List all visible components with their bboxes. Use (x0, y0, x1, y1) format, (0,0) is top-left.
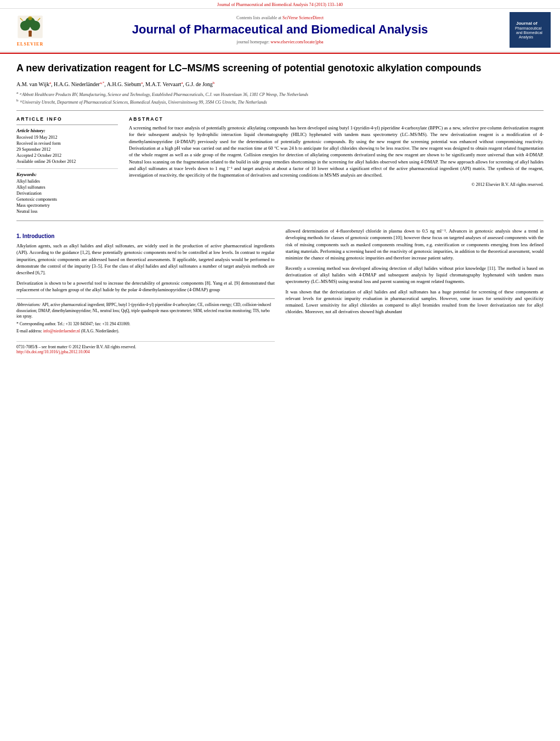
keyword-4: Genotoxic components (16, 197, 118, 202)
sciverse-text: Contents lists available at (236, 15, 281, 20)
affiliation-a: a ᵃ Abbott Healthcare Products BV, Manuf… (16, 90, 544, 97)
email-address[interactable]: info@niederlaender.nl (43, 329, 80, 333)
body-right-para-1: allowed determination of 4-fluorobenzyl … (286, 228, 544, 262)
homepage-link[interactable]: www.elsevier.com/locate/jpba (270, 39, 323, 44)
divider-1 (16, 110, 544, 111)
received-line: Received 19 May 2012 (16, 135, 118, 140)
article-info-col: ARTICLE INFO Article history: Received 1… (16, 116, 118, 215)
journal-title-area: Contents lists available at SciVerse Sci… (58, 15, 502, 44)
keyword-3: Derivatization (16, 191, 118, 196)
elsevier-logo: ELSEVIER (8, 13, 52, 47)
body-right-col: allowed determination of 4-fluorobenzyl … (286, 228, 544, 354)
journal-reference: Journal of Pharmaceutical and Biomedical… (217, 2, 343, 7)
svg-text:and Biomedical: and Biomedical (516, 31, 542, 35)
article-info-header: ARTICLE INFO (16, 116, 118, 122)
abbreviations-text: API, active pharmaceutical ingredient; B… (16, 302, 271, 319)
abbreviations-label: Abbreviations: (16, 302, 42, 307)
corresponding-footnote: * Corresponding author. Tel.: +31 320 84… (16, 321, 275, 327)
received-revised-line: Received in revised form (16, 141, 118, 146)
abstract-col: ABSTRACT A screening method for trace an… (129, 116, 544, 215)
copyright-line: © 2012 Elsevier B.V. All rights reserved… (129, 182, 544, 187)
article-title: A new derivatization reagent for LC–MS/M… (16, 62, 544, 75)
body-right-para-3: It was shown that the derivatization of … (286, 289, 544, 315)
svg-point-4 (30, 21, 40, 31)
section1-title: 1. Introduction (16, 233, 275, 239)
email-footnote: E-mail address: info@niederlaender.nl (H… (16, 329, 275, 335)
svg-text:Journal of: Journal of (516, 21, 538, 26)
body-para-1: Alkylation agents, such as alkyl halides… (16, 242, 275, 276)
keywords-section: Keywords: Alkyl halides Alkyl sulfonates… (16, 168, 118, 214)
info-abstract-section: ARTICLE INFO Article history: Received 1… (16, 116, 544, 215)
history-title: Article history: (16, 128, 118, 133)
jpba-logo-icon: Journal of Pharmaceutical and Biomedical… (513, 15, 546, 45)
svg-text:Pharmaceutical: Pharmaceutical (515, 26, 542, 30)
article-info-box: Article history: Received 19 May 2012 Re… (16, 125, 118, 214)
body-para-2: Derivatization is shown to be a powerful… (16, 280, 275, 293)
homepage-text: journal homepage: (236, 39, 269, 44)
body-right-para-2: Recently a screening method was develope… (286, 265, 544, 285)
header-content: ELSEVIER Contents lists available at Sci… (0, 9, 560, 52)
keyword-2: Alkyl sulfonates (16, 185, 118, 190)
journal-homepage: journal homepage: www.elsevier.com/locat… (58, 39, 502, 44)
keywords-title: Keywords: (16, 172, 118, 177)
top-bar: Journal of Pharmaceutical and Biomedical… (0, 0, 560, 9)
right-logo-box: Journal of Pharmaceutical and Biomedical… (510, 12, 551, 48)
svg-text:Analysis: Analysis (519, 35, 534, 39)
accepted-line: Accepted 2 October 2012 (16, 153, 118, 158)
keyword-1: Alkyl halides (16, 179, 118, 184)
email-person: (H.A.G. Niederländer). (81, 329, 120, 333)
shown-word: shown (299, 289, 312, 295)
revised-date-line: 29 September 2012 (16, 147, 118, 152)
available-line: Available online 26 October 2012 (16, 159, 118, 164)
author-list: A.M. van Wijka, H.A.G. Niederländera,*, … (16, 81, 214, 87)
footer-issn: 0731-7085/$ – see front matter © 2012 El… (16, 344, 275, 349)
keyword-5: Mass spectrometry (16, 203, 118, 208)
journal-name: Journal of Pharmaceutical and Biomedical… (58, 22, 502, 37)
footer-bar: 0731-7085/$ – see front matter © 2012 El… (16, 341, 275, 354)
svg-point-5 (29, 31, 31, 33)
journal-header: Journal of Pharmaceutical and Biomedical… (0, 0, 560, 54)
right-logo: Journal of Pharmaceutical and Biomedical… (508, 12, 552, 48)
email-label: E-mail address: (16, 329, 42, 333)
corresponding-text: * Corresponding author. Tel.: +31 320 84… (16, 321, 131, 326)
abstract-header: ABSTRACT (129, 116, 544, 122)
sciverse-line: Contents lists available at SciVerse Sci… (58, 15, 502, 20)
body-left-col: 1. Introduction Alkylation agents, such … (16, 228, 275, 354)
abbreviations-footnote: Abbreviations: API, active pharmaceutica… (16, 302, 275, 320)
footer-doi[interactable]: http://dx.doi.org/10.1016/j.jpba.2012.10… (16, 349, 275, 354)
keyword-6: Neutral loss (16, 209, 118, 214)
body-section: 1. Introduction Alkylation agents, such … (16, 228, 544, 354)
elsevier-text-label: ELSEVIER (17, 42, 43, 47)
abstract-text: A screening method for trace analysis of… (129, 125, 544, 179)
divider-2 (16, 220, 544, 221)
affiliation-b: b ᵇ University Utrecht, Department of Ph… (16, 98, 544, 105)
sciverse-link[interactable]: SciVerse ScienceDirect (282, 15, 324, 20)
page: Journal of Pharmaceutical and Biomedical… (0, 0, 560, 741)
svg-point-8 (28, 16, 32, 20)
elsevier-tree-icon (14, 13, 47, 41)
footnotes-area: Abbreviations: API, active pharmaceutica… (16, 298, 275, 335)
authors-line: A.M. van Wijka, H.A.G. Niederländera,*, … (16, 80, 544, 87)
main-content: A new derivatization reagent for LC–MS/M… (0, 54, 560, 363)
